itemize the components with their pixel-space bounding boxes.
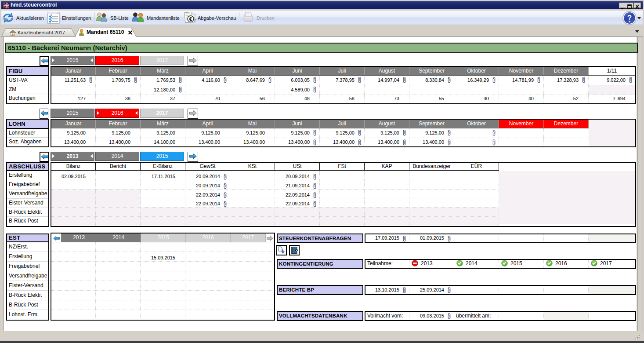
svg-text:€: € [189, 16, 192, 22]
